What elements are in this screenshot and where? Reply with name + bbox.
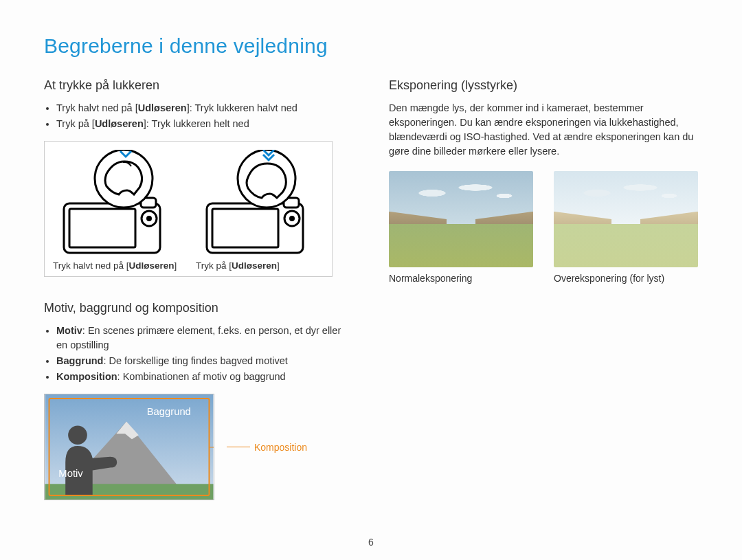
bold: Baggrund bbox=[56, 355, 103, 366]
svg-rect-1 bbox=[69, 209, 135, 247]
section-composition-heading: Motiv, baggrund og komposition bbox=[44, 301, 348, 315]
label-baggrund: Baggrund bbox=[147, 406, 191, 417]
text: ] bbox=[277, 260, 280, 271]
bold: Udløseren bbox=[232, 260, 277, 271]
bold: Komposition bbox=[56, 371, 117, 382]
composition-figure: Baggrund Motiv Komposition bbox=[44, 394, 348, 500]
text: : En scenes primære element, f.eks. en p… bbox=[56, 325, 341, 350]
camera-full-press-art bbox=[201, 150, 318, 256]
text: Tryk på [ bbox=[196, 260, 232, 271]
leader-line bbox=[227, 447, 250, 447]
photo-normal-exposure: Normaleksponering bbox=[389, 171, 533, 284]
composition-diagram: Baggrund Motiv bbox=[44, 394, 214, 500]
section-exposure-heading: Eksponering (lysstyrke) bbox=[389, 78, 698, 93]
exposure-photos: Normaleksponering Overeksponering (for l… bbox=[389, 171, 698, 284]
text: Tryk halvt ned på [ bbox=[53, 260, 129, 271]
label-motiv: Motiv bbox=[58, 469, 83, 480]
list-item: Tryk halvt ned på [Udløseren]: Tryk lukk… bbox=[56, 101, 348, 115]
photo-image bbox=[389, 171, 533, 267]
right-column: Eksponering (lysstyrke) Den mængde lys, … bbox=[389, 77, 698, 500]
photo-caption: Overeksponering (for lyst) bbox=[554, 273, 698, 284]
photo-over-exposure: Overeksponering (for lyst) bbox=[554, 171, 698, 284]
bold: Udløseren bbox=[138, 102, 187, 113]
bold: Udløseren bbox=[95, 118, 144, 129]
bold: Udløseren bbox=[129, 260, 175, 271]
text: ] bbox=[175, 260, 177, 271]
camera-half-press-art bbox=[58, 150, 175, 256]
list-item: Tryk på [Udløseren]: Tryk lukkeren helt … bbox=[56, 117, 348, 131]
label-komposition: Komposition bbox=[227, 442, 307, 453]
illustration-full-press: Tryk på [Udløseren] bbox=[196, 150, 324, 271]
text: : De forskellige ting findes bagved moti… bbox=[103, 355, 287, 366]
text: ]: Tryk lukkeren halvt ned bbox=[187, 102, 297, 113]
page-title: Begreberne i denne vejledning bbox=[44, 34, 698, 58]
shutter-bullets: Tryk halvt ned på [Udløseren]: Tryk lukk… bbox=[44, 101, 348, 131]
bold: Motiv bbox=[56, 325, 82, 336]
composition-bullets: Motiv: En scenes primære element, f.eks.… bbox=[44, 324, 348, 384]
svg-point-10 bbox=[289, 216, 295, 221]
svg-point-4 bbox=[146, 216, 152, 221]
shutter-illustration-box: Tryk halvt ned på [Udløseren] bbox=[44, 141, 333, 277]
illustration-caption: Tryk halvt ned på [Udløseren] bbox=[53, 260, 181, 271]
svg-rect-7 bbox=[212, 209, 278, 247]
list-item: Motiv: En scenes primære element, f.eks.… bbox=[56, 324, 348, 352]
text: Tryk halvt ned på [ bbox=[56, 102, 138, 113]
left-column: At trykke på lukkeren Tryk halvt ned på … bbox=[44, 77, 348, 500]
section-shutter-heading: At trykke på lukkeren bbox=[44, 78, 348, 93]
photo-caption: Normaleksponering bbox=[389, 273, 533, 284]
text: ]: Tryk lukkeren helt ned bbox=[144, 118, 249, 129]
list-item: Komposition: Kombinationen af motiv og b… bbox=[56, 370, 348, 384]
illustration-half-press: Tryk halvt ned på [Udløseren] bbox=[53, 150, 181, 271]
photo-image bbox=[554, 171, 698, 267]
text: : Kombinationen af motiv og baggrund bbox=[117, 371, 286, 382]
columns: At trykke på lukkeren Tryk halvt ned på … bbox=[44, 77, 698, 500]
illustration-caption: Tryk på [Udløseren] bbox=[196, 260, 324, 271]
text: Komposition bbox=[254, 442, 307, 453]
exposure-body: Den mængde lys, der kommer ind i kamerae… bbox=[389, 101, 698, 159]
text: Tryk på [ bbox=[56, 118, 95, 129]
svg-point-14 bbox=[68, 426, 87, 445]
page-number: 6 bbox=[0, 537, 742, 548]
list-item: Baggrund: De forskellige ting findes bag… bbox=[56, 354, 348, 368]
